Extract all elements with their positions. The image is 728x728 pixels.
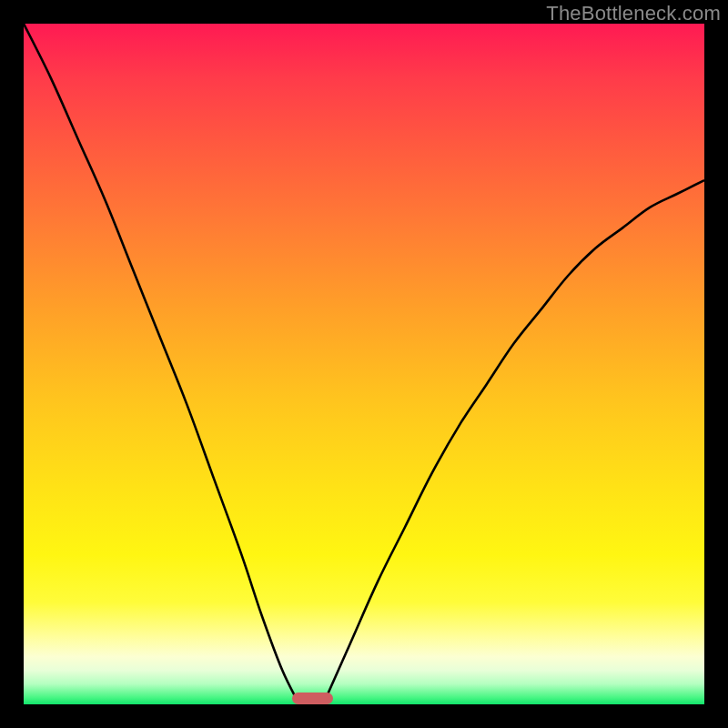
- watermark-text: TheBottleneck.com: [546, 2, 721, 25]
- optimum-marker: [292, 693, 333, 704]
- bottleneck-curve: [24, 24, 704, 704]
